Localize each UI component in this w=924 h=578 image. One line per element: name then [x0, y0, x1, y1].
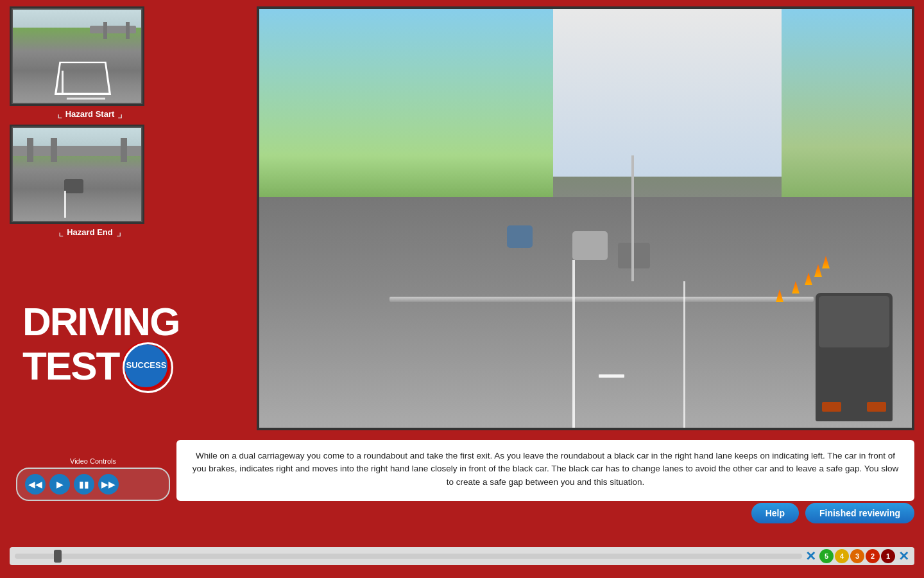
hazard-start-container: ⌞ Hazard Start ⌟ — [10, 6, 170, 119]
progress-track[interactable] — [15, 554, 802, 559]
play-button[interactable]: ▶ — [49, 474, 70, 495]
hazard-end-thumbnail[interactable] — [10, 125, 144, 224]
video-controls-label: Video Controls — [16, 457, 170, 465]
forward-button[interactable]: ▶▶ — [98, 474, 119, 495]
hazard-start-label: ⌞ Hazard Start ⌟ — [10, 108, 170, 119]
description-text: While on a dual carriageway you come to … — [189, 450, 902, 489]
car-blue — [507, 225, 533, 248]
progress-thumb[interactable] — [54, 550, 62, 563]
logo-test-text: TEST — [22, 346, 119, 386]
rewind-button[interactable]: ◀◀ — [25, 474, 46, 495]
road-line-right — [683, 281, 685, 428]
bottom-buttons: Help Finished reviewing — [751, 503, 914, 523]
logo-success-badge: SUCCESS — [122, 342, 170, 390]
logo-driving-text: DRIVING — [22, 302, 179, 342]
logo-container: DRIVING TEST SUCCESS — [22, 302, 179, 390]
car-dark-foreground — [816, 293, 893, 421]
score-badges: 5 4 3 2 1 — [819, 549, 895, 563]
score-badge-5: 5 — [819, 549, 834, 563]
progress-bar-container: ✕ 5 4 3 2 1 ✕ — [10, 547, 914, 565]
logo-test-row: TEST SUCCESS — [22, 342, 179, 390]
road-line-center — [572, 260, 575, 428]
progress-x-right[interactable]: ✕ — [898, 548, 909, 564]
left-panel: ⌞ Hazard Start ⌟ — [10, 6, 170, 243]
pause-button[interactable]: ▮▮ — [74, 474, 94, 495]
score-badge-2: 2 — [866, 549, 880, 563]
help-button[interactable]: Help — [751, 503, 799, 523]
hazard-end-container: ⌞ Hazard End ⌟ — [10, 125, 170, 238]
hazard-start-thumbnail[interactable] — [10, 6, 144, 106]
video-controls-area: Video Controls ◀◀ ▶ ▮▮ ▶▶ — [16, 457, 170, 501]
hazard-end-label: ⌞ Hazard End ⌟ — [10, 226, 170, 238]
road-dash-1 — [599, 374, 624, 378]
description-area: While on a dual carriageway you come to … — [176, 440, 914, 501]
score-badge-4: 4 — [835, 549, 849, 563]
logo-success-text: SUCCESS — [126, 361, 167, 370]
light-pole — [631, 155, 634, 281]
main-container: ⌞ Hazard Start ⌟ — [0, 0, 924, 578]
score-badge-3: 3 — [850, 549, 864, 563]
controls-wrapper: ◀◀ ▶ ▮▮ ▶▶ — [16, 468, 170, 501]
car-gray — [618, 243, 650, 268]
video-placeholder — [259, 9, 912, 428]
trees-left — [259, 9, 553, 218]
guardrail — [389, 297, 814, 302]
finished-reviewing-button[interactable]: Finished reviewing — [805, 503, 914, 523]
video-area — [257, 6, 914, 430]
car-silver — [572, 231, 608, 260]
score-badge-1: 1 — [881, 549, 895, 563]
progress-x-left[interactable]: ✕ — [805, 548, 816, 564]
sky-area — [553, 9, 782, 177]
